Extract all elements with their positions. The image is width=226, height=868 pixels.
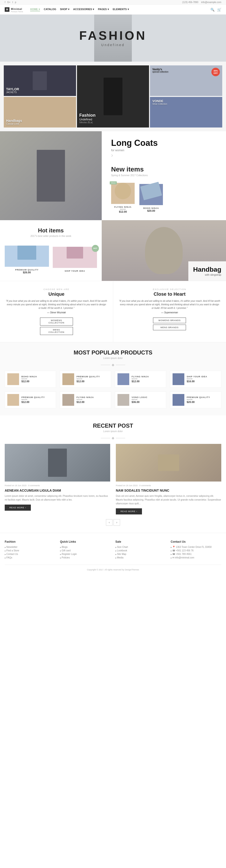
footer-col-quicklinks: Quick Links Blogs Gift card Register Log…	[60, 540, 111, 560]
popular-name-1: BOHO NINJA	[22, 375, 53, 378]
popular-product-7[interactable]: VONO LOGIC $42.00 $36.00	[115, 392, 166, 408]
footer-link-contact[interactable]: Contact Us	[5, 553, 55, 555]
logo[interactable]: M Minimal Premium Theme	[5, 7, 23, 12]
footer-link-media[interactable]: Media	[115, 556, 166, 559]
nav-item-elements[interactable]: ELEMENTS ▾	[113, 8, 129, 11]
promo-blocks: Choose men are Unique "If you love what …	[0, 281, 226, 342]
post-meta-2: Posted on 18 Jun 2015 · 0 comments	[116, 484, 221, 487]
promo-tag-2: Exclusive Selection	[119, 288, 221, 290]
pinterest-icon[interactable]: p	[15, 1, 16, 3]
post-title-2: NAM SODALES TINCIDUNT NUNC	[116, 489, 221, 492]
hot-item-2[interactable]: HOT SHIP YOUR IDEA	[53, 242, 97, 274]
logo-box: M	[5, 7, 9, 12]
popular-name-4: SHIP YOUR IDEA	[187, 375, 219, 378]
product-image-2	[139, 184, 163, 205]
top-bar: f G+ t p (123) 456-7890 info@example.com	[0, 0, 226, 5]
footer-phone1[interactable]: ☎ +561 123 456 76	[171, 549, 221, 552]
footer-link-newsletter[interactable]: Newsletter	[5, 546, 55, 548]
promo-buttons-2: WOMENS BRANDS MENS BRANDS	[119, 317, 221, 330]
footer-address: 📍 1363 Town Center Drive FL 33458	[171, 546, 221, 548]
read-more-button-1[interactable]: READ MORE ›	[5, 504, 31, 511]
popular-product-1[interactable]: BOHO NINJA $18.00 $12.00	[5, 371, 56, 388]
footer-link-blogs[interactable]: Blogs	[60, 546, 111, 548]
phone-number: (123) 456-7890	[182, 1, 198, 3]
popular-product-6[interactable]: FLYING NINJA $18.00 $12.00	[60, 392, 111, 408]
new-items-block: New items Spring & Summer 2017 Collectio…	[111, 165, 217, 213]
footer: Fashion Newsletter Find a Store Contact …	[0, 533, 226, 575]
popular-product-3[interactable]: FLYING NINJA $18.00 $12.00	[115, 371, 166, 388]
footer-link-sizechart[interactable]: Size Chart	[115, 546, 166, 548]
nav-item-shop[interactable]: SHOP ▾	[60, 8, 69, 11]
footer-link-giftcard[interactable]: Gift card	[60, 549, 111, 552]
footer-phone2[interactable]: ☎ +561 789 4561	[171, 553, 221, 555]
footer-copyright: Copyright © 2017. All rights reserved by…	[5, 564, 221, 571]
promo-author-2: — Superwoman	[119, 311, 221, 314]
popular-product-2[interactable]: PREMIUM QUALITY $18.00 $12.00	[60, 371, 111, 388]
footer-title-contact: Contact Us	[171, 540, 221, 544]
grid-item-vanity[interactable]: Vanity's special collection 30%OFF	[150, 65, 222, 96]
facebook-icon[interactable]: f	[5, 1, 5, 3]
popular-product-4[interactable]: SHIP YOUR IDEA $18.00 $16.00	[170, 371, 221, 388]
grid-item-taylor[interactable]: TAYLOR JACKETS	[4, 65, 76, 96]
popular-product-8[interactable]: PREMIUM QUALITY $18.00 $20.00	[170, 392, 221, 408]
mens-collection-button[interactable]: MENS COLLECTION	[40, 327, 73, 335]
handbag-title: Handbag	[193, 266, 221, 273]
nav-item-home[interactable]: HOME ▾	[30, 8, 40, 11]
grid-item-handbags[interactable]: Handbags Casual Look	[4, 97, 76, 127]
brand-name: Minimal	[11, 7, 22, 10]
long-coats-arrow[interactable]: ›	[111, 152, 113, 158]
read-more-button-2[interactable]: READ MORE ›	[116, 508, 142, 515]
promo-block-heart: Exclusive Selection Close to Heart "If y…	[113, 281, 226, 342]
sale-badge: 30%OFF	[211, 68, 220, 76]
next-page-button[interactable]: ›	[113, 519, 120, 526]
search-icon[interactable]: 🔍	[210, 8, 215, 11]
grid-item-model[interactable]: Fashion Undefined Nikolas BLaL	[77, 65, 149, 127]
promo-quote-1: "If you love what you do and are willing…	[6, 299, 107, 310]
popular-name-7: VONO LOGIC	[132, 396, 164, 399]
post-comments-1: 0 comments	[28, 484, 40, 487]
twitter-icon[interactable]: t	[12, 1, 13, 3]
product-name-1: FLYING NINJA	[111, 206, 135, 208]
footer-link-policies[interactable]: Policies	[60, 556, 111, 559]
footer-link-store[interactable]: Find a Store	[5, 549, 55, 552]
navbar: M Minimal Premium Theme HOME ▾ CATALOG S…	[0, 5, 226, 14]
popular-old-1: $18.00	[22, 378, 53, 380]
footer-columns: Fashion Newsletter Find a Store Contact …	[5, 540, 221, 560]
nav-item-catalog[interactable]: CATALOG	[44, 8, 56, 11]
new-item-2[interactable]: BOHO NINJA $20.00	[139, 180, 163, 213]
new-item-1[interactable]: SALE FLYING NINJA $18.00 $12.00	[111, 180, 135, 213]
footer-link-sitemap[interactable]: Site Map	[115, 553, 166, 555]
hot-items-sub: 2017's best seller products in this week	[5, 235, 97, 237]
popular-info-8: PREMIUM QUALITY $18.00 $20.00	[187, 396, 219, 403]
hero-title: FASHION	[79, 29, 147, 42]
footer-link-faqs[interactable]: FAQs	[5, 556, 55, 559]
prev-page-button[interactable]: ‹	[106, 519, 113, 526]
cart-icon[interactable]: 🛒	[217, 8, 221, 11]
hot-item-1[interactable]: PREMIUM QUALITY $26.00	[5, 242, 49, 274]
hot-item-image-2: HOT	[53, 247, 97, 268]
footer-email[interactable]: ✉ info@minimal.com	[171, 556, 221, 559]
footer-col-contact: Contact Us 📍 1363 Town Center Drive FL 3…	[171, 540, 221, 560]
popular-new-5: $12.00	[22, 401, 53, 403]
brand-tagline: Premium Theme	[11, 11, 23, 12]
most-popular-section: MOST POPULAR PRODUCTS Lorem ipsum dolor …	[0, 342, 226, 415]
long-coats-image	[0, 131, 102, 220]
hot-item-name-1: PREMIUM QUALITY	[5, 269, 49, 271]
google-plus-icon[interactable]: G+	[7, 1, 10, 3]
grid-item-vonde[interactable]: VONDE Shoe Collection	[150, 97, 222, 127]
popular-info-3: FLYING NINJA $18.00 $12.00	[132, 375, 164, 383]
popular-name-2: PREMIUM QUALITY	[77, 375, 109, 378]
footer-links-fashion: Newsletter Find a Store Contact Us FAQs	[5, 546, 55, 559]
mens-brands-button[interactable]: MENS BRANDS	[153, 324, 186, 330]
nav-item-accessories[interactable]: ACCESSORIES ▾	[73, 8, 94, 11]
footer-link-lookbook[interactable]: Lookbook	[115, 549, 166, 552]
popular-product-5[interactable]: PREMIUM QUALITY $18.00 $12.00	[5, 392, 56, 408]
product-price-new-2: $20.00	[139, 209, 163, 212]
popular-name-3: FLYING NINJA	[132, 375, 164, 378]
popular-img-2	[62, 373, 74, 385]
footer-link-register[interactable]: Register Login	[60, 553, 111, 555]
popular-new-1: $12.00	[22, 380, 53, 383]
nav-item-pages[interactable]: PAGES ▾	[98, 8, 109, 11]
womens-brands-button[interactable]: WOMENS BRANDS	[153, 317, 186, 323]
womens-collection-button[interactable]: WOMENS COLLECTION	[40, 317, 73, 326]
